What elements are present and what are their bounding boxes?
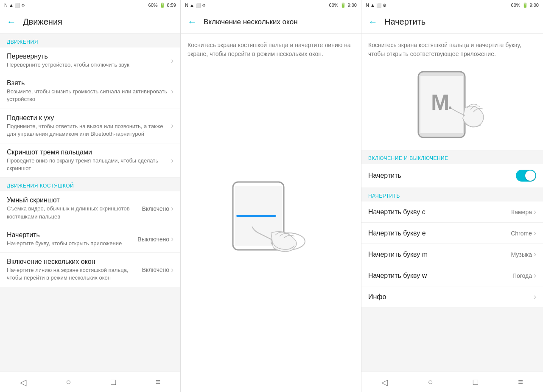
list-item-multiwindow-title: Включение нескольких окон — [7, 258, 142, 266]
list-item-pick-content: Взять Возьмите, чтобы снизить громкость … — [7, 79, 171, 103]
list-item-ear-content: Поднести к уху Поднимите, чтобы ответить… — [7, 114, 171, 138]
list-item-multiwindow[interactable]: Включение нескольких окон Начертите лини… — [0, 253, 180, 287]
right-item-draw-toggle[interactable]: Начертить — [361, 164, 543, 188]
wifi-icon-left: ▲ — [9, 3, 14, 8]
page-title-right: Начертить — [384, 17, 425, 27]
wifi-icon-right: ▲ — [370, 3, 375, 8]
status-bar-middle: N ▲ ⬜ ⚙ 60% 🔋 9:00 — [181, 0, 361, 10]
list-item-flip-content: Перевернуть Переверните устройство, чтоб… — [7, 53, 171, 69]
chevron-info: › — [534, 292, 536, 301]
chevron-multiwindow: › — [171, 266, 174, 274]
list-item-flip-title: Перевернуть — [7, 53, 171, 60]
right-section-onoff: ВКЛЮЧЕНИЕ И ВЫКЛЮЧЕНИЕ — [361, 150, 543, 164]
chevron-pick: › — [171, 87, 174, 96]
chevron-draw-c: › — [534, 207, 536, 216]
nav-menu-right[interactable]: ≡ — [511, 374, 530, 390]
svg-text:M: M — [431, 90, 449, 115]
panel-middle: N ▲ ⬜ ⚙ 60% 🔋 9:00 ← Включение нескольки… — [181, 0, 361, 392]
right-item-draw-m-value: Музыка — [511, 251, 532, 258]
illustration-svg-middle — [207, 174, 335, 284]
list-item-ear-title: Поднести к уху — [7, 114, 171, 122]
list-item-pick-title: Взять — [7, 79, 171, 87]
right-item-draw-toggle-title: Начертить — [368, 172, 516, 179]
list-item-multiwindow-content: Включение нескольких окон Начертите лини… — [7, 258, 142, 282]
right-item-draw-e-title: Начертить букву е — [368, 230, 511, 237]
nav-recent-right[interactable]: □ — [466, 374, 485, 390]
list-item-screenshot-3[interactable]: Скриншот тремя пальцами Проведите вниз п… — [0, 143, 180, 178]
bt-icon-left: ⬜ — [15, 3, 20, 8]
right-item-draw-c-value: Камера — [511, 209, 532, 216]
right-item-draw-m[interactable]: Начертить букву m Музыка › — [361, 244, 543, 265]
list-item-draw-content: Начертить Начертите букву, чтобы открыть… — [7, 231, 137, 247]
right-description: Коснитесь экрана костяшкой пальца и наче… — [361, 34, 543, 65]
status-bar-left: N ▲ ⬜ ⚙ 60% 🔋 8:59 — [0, 0, 180, 10]
battery-left: 60% — [148, 3, 158, 8]
chevron-draw-e: › — [534, 229, 536, 238]
top-bar-right: ← Начертить — [361, 10, 543, 34]
list-item-draw-subtitle: Начертите букву, чтобы открыть приложени… — [7, 240, 137, 247]
chevron-draw-w: › — [534, 271, 536, 280]
right-item-draw-c[interactable]: Начертить букву с Камера › — [361, 202, 543, 223]
bt-icon-right: ⬜ — [376, 3, 381, 8]
bottom-nav-left: ◁ ○ □ ≡ — [0, 372, 180, 392]
nav-back-left[interactable]: ◁ — [13, 374, 33, 391]
panel-left: N ▲ ⬜ ⚙ 60% 🔋 8:59 ← Движения ДВИЖЕНИЯ П… — [0, 0, 181, 392]
right-filler — [361, 307, 543, 372]
list-item-smart-screenshot-title: Умный скриншот — [7, 196, 142, 204]
illustration-area-middle — [181, 65, 361, 392]
list-item-pick[interactable]: Взять Возьмите, чтобы снизить громкость … — [0, 74, 180, 109]
time-left: 8:59 — [167, 3, 176, 8]
nav-home-right[interactable]: ○ — [421, 374, 439, 390]
back-button-middle[interactable]: ← — [188, 17, 197, 28]
nav-back-right[interactable]: ◁ — [375, 374, 395, 391]
bt-icon-middle: ⬜ — [196, 3, 201, 8]
list-item-ear[interactable]: Поднести к уху Поднимите, чтобы ответить… — [0, 109, 180, 143]
time-middle: 9:00 — [348, 3, 357, 8]
right-section-draw: НАЧЕРТИТЬ — [361, 188, 543, 202]
nav-recent-left[interactable]: □ — [104, 374, 123, 390]
right-item-draw-w[interactable]: Начертить букву w Погода › — [361, 265, 543, 286]
list-item-flip[interactable]: Перевернуть Переверните устройство, чтоб… — [0, 48, 180, 74]
battery-icon-middle: 🔋 — [340, 3, 346, 8]
signal-icon-right: N — [366, 3, 369, 8]
list-item-smart-screenshot-content: Умный скриншот Съемка видео, обычных и д… — [7, 196, 142, 220]
signal-icon-middle: N — [185, 3, 188, 8]
back-button-left[interactable]: ← — [7, 17, 16, 28]
list-item-pick-subtitle: Возьмите, чтобы снизить громкость сигнал… — [7, 88, 171, 103]
right-item-info-title: Инфо — [368, 293, 534, 301]
right-item-draw-m-title: Начертить букву m — [368, 251, 511, 258]
illustration-svg-right: M — [393, 65, 512, 150]
left-filler — [0, 287, 180, 372]
section-header-motion: ДВИЖЕНИЯ — [0, 34, 180, 48]
list-item-screenshot-3-subtitle: Проведите вниз по экрану тремя пальцами,… — [7, 157, 171, 172]
battery-icon-right: 🔋 — [522, 3, 528, 8]
wifi-icon-middle: ▲ — [190, 3, 194, 8]
nav-home-left[interactable]: ○ — [59, 374, 78, 390]
back-button-right[interactable]: ← — [368, 17, 378, 28]
nav-menu-left[interactable]: ≡ — [149, 374, 168, 390]
time-right: 9:00 — [530, 3, 539, 8]
chevron-smart-screenshot: › — [171, 204, 174, 213]
top-bar-middle: ← Включение нескольких окон — [181, 10, 361, 34]
gear-icon-middle: ⚙ — [202, 3, 206, 8]
toggle-draw[interactable] — [516, 170, 536, 182]
page-title-left: Движения — [23, 17, 62, 27]
list-item-multiwindow-value: Включено — [142, 266, 169, 273]
right-item-draw-w-value: Погода — [512, 272, 532, 279]
list-item-screenshot-3-content: Скриншот тремя пальцами Проведите вниз п… — [7, 148, 171, 172]
chevron-flip: › — [171, 56, 174, 65]
list-item-smart-screenshot[interactable]: Умный скриншот Съемка видео, обычных и д… — [0, 191, 180, 226]
page-title-middle: Включение нескольких окон — [204, 18, 298, 26]
list-item-draw[interactable]: Начертить Начертите букву, чтобы открыть… — [0, 226, 180, 253]
right-item-draw-e-value: Chrome — [511, 230, 532, 237]
right-item-info[interactable]: Инфо › — [361, 286, 543, 307]
section-header-knuckle: ДВИЖЕНИЯ КОСТЯШКОЙ — [0, 178, 180, 191]
chevron-draw: › — [171, 235, 174, 244]
signal-icon-left: N — [4, 3, 8, 8]
right-item-draw-e[interactable]: Начертить букву е Chrome › — [361, 223, 543, 244]
chevron-screenshot-3: › — [171, 156, 174, 165]
list-item-draw-value: Выключено — [137, 236, 169, 243]
gear-icon-left: ⚙ — [21, 3, 25, 8]
svg-point-54 — [449, 106, 451, 109]
right-item-draw-c-title: Начертить букву с — [368, 208, 511, 216]
